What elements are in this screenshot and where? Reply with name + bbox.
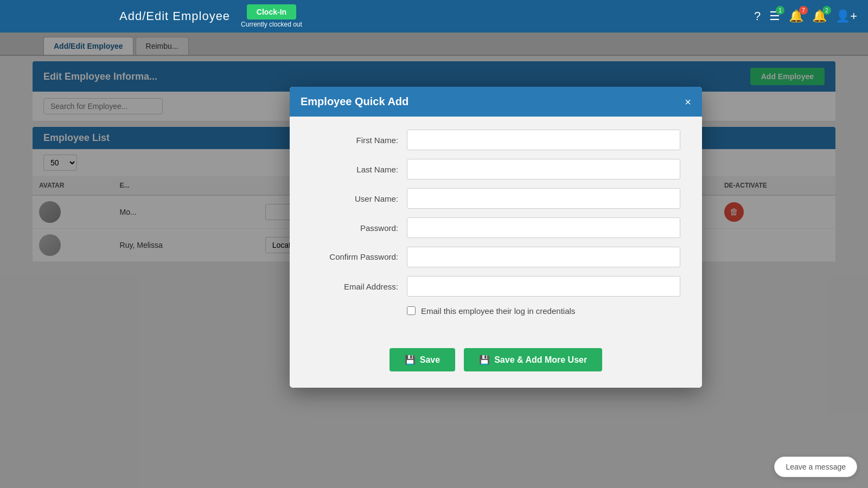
- confirm-password-row: Confirm Password:: [311, 247, 680, 267]
- employee-quick-add-modal: Employee Quick Add × First Name: Last Na…: [290, 87, 702, 388]
- page-title: Add/Edit Employee: [119, 9, 230, 23]
- modal-header: Employee Quick Add ×: [290, 87, 702, 117]
- email-credentials-label: Email this employee their log in credent…: [421, 305, 575, 317]
- password-row: Password:: [311, 217, 680, 238]
- save-add-more-button[interactable]: 💾 Save & Add More User: [464, 348, 602, 371]
- main-content: Add/Edit Employee Reimbu... Edit Employe…: [0, 33, 868, 488]
- modal-close-button[interactable]: ×: [685, 97, 691, 107]
- add-user-icon[interactable]: 👤+: [835, 9, 857, 23]
- email-address-input[interactable]: [407, 276, 680, 297]
- email-address-label: Email Address:: [311, 282, 398, 291]
- save-more-icon: 💾: [479, 355, 490, 365]
- save-button[interactable]: 💾 Save: [390, 348, 455, 371]
- help-icon[interactable]: ?: [754, 9, 761, 23]
- first-name-row: First Name:: [311, 130, 680, 150]
- email-credentials-checkbox[interactable]: [407, 306, 416, 315]
- modal-footer: 💾 Save 💾 Save & Add More User: [290, 343, 702, 388]
- password-label: Password:: [311, 223, 398, 233]
- clock-section: Clock-In Currently clocked out: [241, 4, 302, 28]
- bell1-badge: 7: [799, 6, 808, 15]
- last-name-row: Last Name:: [311, 159, 680, 179]
- first-name-label: First Name:: [311, 136, 398, 145]
- email-credentials-row: Email this employee their log in credent…: [407, 305, 680, 317]
- leave-message-bubble[interactable]: Leave a message: [774, 457, 857, 477]
- modal-title: Employee Quick Add: [301, 95, 409, 108]
- first-name-input[interactable]: [407, 130, 680, 150]
- list-icon[interactable]: ☰ 1: [769, 9, 780, 23]
- last-name-label: Last Name:: [311, 165, 398, 174]
- top-bar: Add/Edit Employee Clock-In Currently clo…: [0, 0, 868, 33]
- last-name-input[interactable]: [407, 159, 680, 179]
- top-icons: ? ☰ 1 🔔 7 🔔 2 👤+: [754, 9, 857, 23]
- password-input[interactable]: [407, 217, 680, 238]
- clock-status: Currently clocked out: [241, 21, 302, 28]
- list-badge: 1: [776, 6, 784, 15]
- bell2-badge: 2: [822, 6, 831, 15]
- save-label: Save: [420, 355, 440, 365]
- bell1-icon[interactable]: 🔔 7: [789, 9, 803, 23]
- user-name-input[interactable]: [407, 188, 680, 209]
- confirm-password-label: Confirm Password:: [311, 252, 398, 262]
- save-icon: 💾: [405, 355, 416, 365]
- clock-in-button[interactable]: Clock-In: [247, 4, 296, 20]
- user-name-row: User Name:: [311, 188, 680, 209]
- save-more-label: Save & Add More User: [494, 355, 587, 365]
- confirm-password-input[interactable]: [407, 247, 680, 267]
- modal-body: First Name: Last Name: User Name: Passwo…: [290, 117, 702, 343]
- bell2-icon[interactable]: 🔔 2: [812, 9, 827, 23]
- user-name-label: User Name:: [311, 194, 398, 203]
- email-address-row: Email Address:: [311, 276, 680, 297]
